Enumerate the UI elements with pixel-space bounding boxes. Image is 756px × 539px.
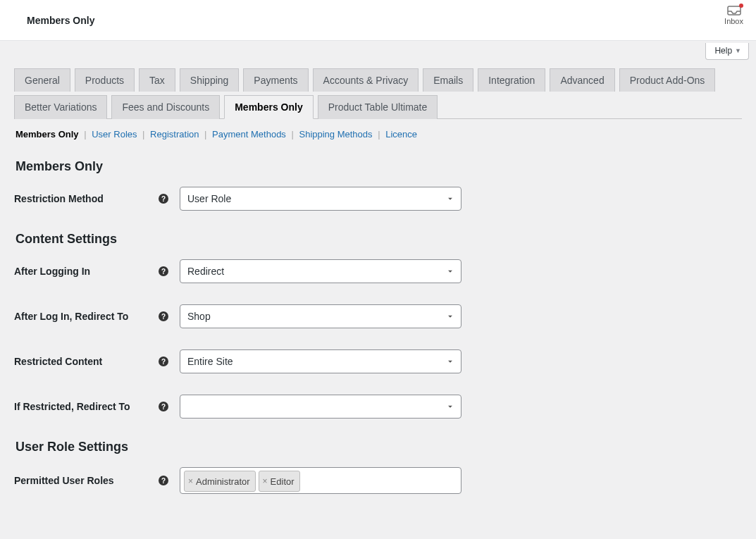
field-after-login-redirect: After Log In, Redirect To ? Shop: [14, 304, 742, 328]
help-icon[interactable]: ?: [159, 402, 168, 411]
subsection-shipping-methods[interactable]: Shipping Methods: [299, 129, 372, 140]
inbox-label: Inbox: [724, 17, 743, 25]
subsection-members-only: Members Only: [16, 129, 79, 140]
subsection-registration[interactable]: Registration: [150, 129, 199, 140]
help-toggle[interactable]: Help ▼: [705, 43, 749, 60]
help-icon[interactable]: ?: [159, 266, 168, 276]
inbox-icon: [727, 6, 741, 16]
section-heading-content: Content Settings: [16, 232, 742, 247]
label-restriction-method: Restriction Method ?: [14, 193, 180, 204]
label-text: If Restricted, Redirect To: [14, 401, 130, 412]
label-text: Restriction Method: [14, 193, 104, 204]
label-restricted-content: Restricted Content ?: [14, 356, 180, 367]
field-permitted-roles: Permitted User Roles ? ×Administrator×Ed…: [14, 467, 742, 494]
sub-sections: Members Only | User Roles | Registration…: [14, 119, 742, 144]
label-text: Permitted User Roles: [14, 475, 114, 486]
role-tag-label: Administrator: [196, 476, 250, 487]
label-text: After Logging In: [14, 266, 90, 277]
notification-dot: [739, 4, 743, 8]
restriction-method-select[interactable]: User Role: [180, 187, 461, 211]
field-restricted-content: Restricted Content ? Entire Site: [14, 349, 742, 373]
section-heading-members-only: Members Only: [16, 159, 742, 174]
remove-tag-icon[interactable]: ×: [263, 476, 268, 486]
tab-product-add-ons[interactable]: Product Add-Ons: [619, 68, 716, 92]
section-heading-user-role: User Role Settings: [16, 440, 742, 454]
subsection-payment-methods[interactable]: Payment Methods: [212, 129, 286, 140]
inbox-button[interactable]: Inbox: [724, 6, 743, 25]
field-if-restricted-redirect: If Restricted, Redirect To ?: [14, 395, 742, 419]
separator: |: [199, 129, 212, 140]
help-label: Help: [714, 46, 732, 56]
remove-tag-icon[interactable]: ×: [188, 476, 193, 486]
tab-tax[interactable]: Tax: [139, 68, 175, 92]
field-restriction-method: Restriction Method ? User Role: [14, 187, 742, 211]
role-tag: ×Administrator: [184, 471, 256, 492]
label-after-logging-in: After Logging In ?: [14, 266, 180, 277]
permitted-roles-multiselect[interactable]: ×Administrator×Editor: [180, 467, 461, 494]
subsection-user-roles[interactable]: User Roles: [92, 129, 137, 140]
after-logging-in-select[interactable]: Redirect: [180, 259, 461, 283]
help-icon[interactable]: ?: [159, 194, 168, 204]
help-icon[interactable]: ?: [159, 476, 168, 485]
label-text: After Log In, Redirect To: [14, 311, 128, 322]
help-row: Help ▼: [0, 41, 756, 60]
content: GeneralProductsTaxShippingPaymentsAccoun…: [0, 60, 756, 539]
separator: |: [137, 129, 151, 140]
subsection-licence[interactable]: Licence: [385, 129, 417, 140]
tab-emails[interactable]: Emails: [423, 68, 473, 92]
tab-accounts-privacy[interactable]: Accounts & Privacy: [313, 68, 419, 92]
page-title: Members Only: [27, 15, 94, 26]
tab-members-only[interactable]: Members Only: [224, 95, 313, 119]
tab-better-variations[interactable]: Better Variations: [14, 95, 107, 119]
tab-product-table-ultimate[interactable]: Product Table Ultimate: [318, 95, 438, 119]
label-if-restricted-redirect: If Restricted, Redirect To ?: [14, 401, 180, 412]
label-after-login-redirect: After Log In, Redirect To ?: [14, 311, 180, 322]
role-tag-label: Editor: [271, 476, 295, 487]
tab-advanced[interactable]: Advanced: [550, 68, 614, 92]
top-bar: Members Only Inbox: [0, 0, 756, 41]
tab-payments[interactable]: Payments: [243, 68, 308, 92]
tab-products[interactable]: Products: [75, 68, 135, 92]
tab-integration[interactable]: Integration: [478, 68, 545, 92]
tabs-nav: GeneralProductsTaxShippingPaymentsAccoun…: [14, 60, 742, 119]
tab-shipping[interactable]: Shipping: [180, 68, 240, 92]
after-login-redirect-select[interactable]: Shop: [180, 304, 461, 328]
tab-general[interactable]: General: [14, 68, 70, 92]
label-text: Restricted Content: [14, 356, 102, 367]
label-permitted-roles: Permitted User Roles ?: [14, 475, 180, 486]
chevron-down-icon: ▼: [735, 47, 741, 54]
help-icon[interactable]: ?: [159, 357, 168, 366]
field-after-logging-in: After Logging In ? Redirect: [14, 259, 742, 283]
restricted-content-select[interactable]: Entire Site: [180, 349, 461, 373]
separator: |: [286, 129, 299, 140]
tab-fees-and-discounts[interactable]: Fees and Discounts: [111, 95, 220, 119]
separator: |: [373, 129, 386, 140]
help-icon[interactable]: ?: [159, 311, 168, 321]
role-tag: ×Editor: [259, 471, 300, 492]
separator: |: [79, 129, 92, 140]
if-restricted-redirect-select[interactable]: [180, 395, 461, 419]
